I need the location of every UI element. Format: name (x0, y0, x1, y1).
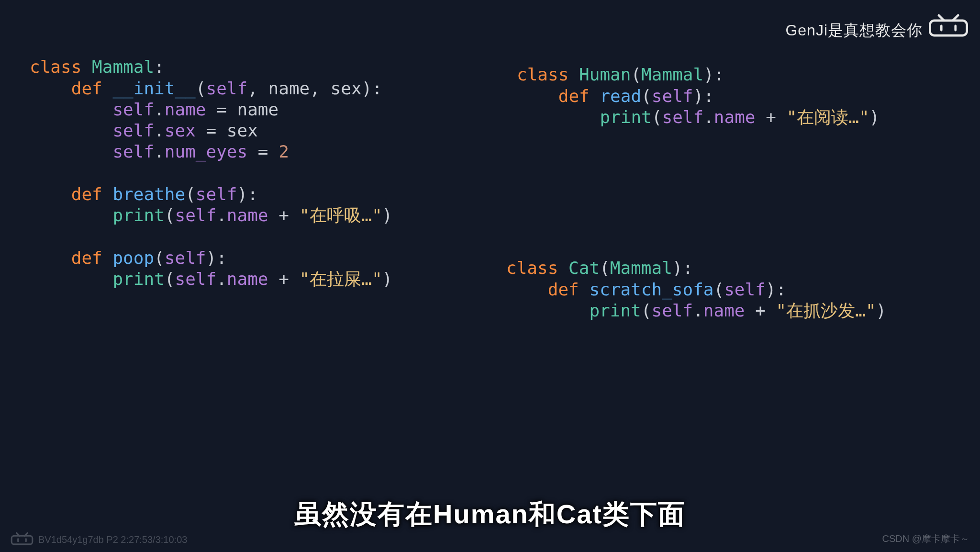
code-block-mammal: class Mammal: def __init__(self, name, s… (30, 35, 392, 290)
code-block-cat: class Cat(Mammal): def scratch_sofa(self… (506, 237, 886, 321)
svg-rect-5 (11, 536, 33, 544)
author-credit: GenJi是真想教会你 (785, 20, 923, 41)
bilibili-logo-icon (926, 13, 970, 39)
code-block-human: class Human(Mammal): def read(self): pri… (517, 43, 880, 128)
video-metadata: BV1d54y1g7db P2 2:27:53/3:10:03 (38, 534, 187, 545)
video-subtitle: 虽然没有在Human和Cat类下面 (0, 496, 980, 533)
svg-rect-0 (930, 21, 967, 35)
csdn-credit: CSDN @摩卡摩卡～ (882, 532, 969, 545)
bilibili-watermark-icon (10, 532, 34, 547)
